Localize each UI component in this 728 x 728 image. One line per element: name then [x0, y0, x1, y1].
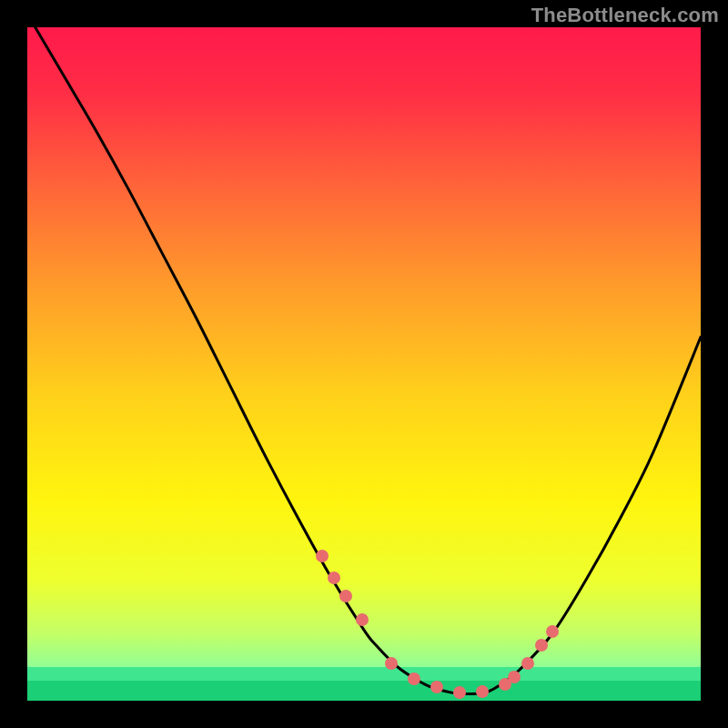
threshold-marker	[546, 625, 559, 638]
threshold-marker	[535, 639, 548, 652]
threshold-marker	[339, 590, 352, 602]
threshold-marker	[453, 686, 466, 699]
threshold-marker	[385, 657, 398, 670]
threshold-markers	[27, 27, 701, 701]
plot-area	[27, 27, 701, 701]
threshold-marker	[430, 681, 443, 693]
threshold-marker	[328, 571, 340, 584]
threshold-marker	[356, 613, 369, 626]
threshold-marker	[521, 657, 534, 670]
chart-frame: TheBottleneck.com	[0, 0, 728, 728]
threshold-marker	[316, 550, 329, 562]
threshold-marker	[508, 671, 521, 683]
threshold-marker	[476, 685, 489, 698]
threshold-marker	[408, 672, 420, 685]
attribution-label: TheBottleneck.com	[531, 4, 719, 27]
